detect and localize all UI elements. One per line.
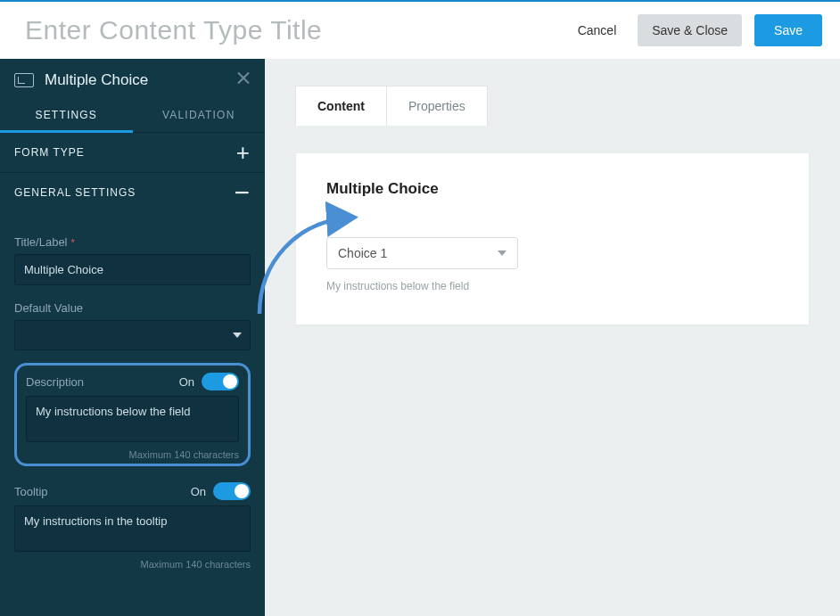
general-settings-body: Title/Label * Default Value Description … [0, 212, 265, 579]
description-toggle-wrap: On [179, 373, 239, 390]
sidebar-title: Multiple Choice [45, 71, 148, 89]
content-type-title-placeholder[interactable]: Enter Content Type Title [25, 15, 322, 45]
description-highlight-box: Description On Maximum 140 characters [14, 363, 251, 466]
description-label: Description [26, 375, 84, 389]
field-instructions: My instructions below the field [326, 280, 778, 292]
tab-properties[interactable]: Properties [387, 86, 487, 126]
title-input[interactable] [14, 254, 251, 285]
section-general-settings-label: GENERAL SETTINGS [14, 186, 136, 199]
tooltip-label: Tooltip [14, 485, 48, 498]
cancel-button[interactable]: Cancel [569, 16, 626, 45]
sidebar-tabs: SETTINGS VALIDATION [0, 98, 265, 133]
minus-icon: − [234, 188, 251, 197]
section-general-settings[interactable]: GENERAL SETTINGS − [0, 173, 265, 212]
title-label: Title/Label [14, 235, 68, 249]
chevron-down-icon [498, 251, 506, 256]
tab-validation[interactable]: VALIDATION [133, 98, 266, 132]
tooltip-toggle-wrap: On [191, 482, 251, 500]
content-area: Content Properties Multiple Choice i Cho… [265, 59, 840, 616]
tooltip-textarea[interactable] [14, 505, 251, 552]
description-max-chars: Maximum 140 characters [26, 449, 239, 460]
description-toggle[interactable] [202, 373, 239, 390]
tab-settings[interactable]: SETTINGS [0, 98, 133, 132]
sidebar-header: Multiple Choice [0, 59, 265, 98]
field-preview-card: Multiple Choice i Choice 1 My instructio… [295, 152, 810, 325]
section-form-type-label: FORM TYPE [14, 146, 85, 159]
close-icon[interactable] [235, 70, 252, 87]
tooltip-max-chars: Maximum 140 characters [14, 559, 251, 570]
choice-select[interactable]: Choice 1 [326, 237, 518, 269]
tab-content[interactable]: Content [296, 86, 387, 126]
settings-sidebar: Multiple Choice SETTINGS VALIDATION FORM… [0, 59, 265, 616]
description-textarea[interactable] [26, 396, 239, 442]
tooltip-toggle[interactable] [213, 482, 251, 500]
description-toggle-label: On [179, 375, 194, 389]
default-value-label: Default Value [14, 301, 251, 315]
topbar: Enter Content Type Title Cancel Save & C… [0, 0, 840, 59]
content-tabs: Content Properties [295, 86, 488, 126]
save-close-button[interactable]: Save & Close [638, 14, 742, 46]
choice-selected-label: Choice 1 [338, 246, 387, 260]
required-icon: * [71, 237, 75, 248]
field-type-icon [14, 73, 34, 87]
card-title: Multiple Choice [326, 180, 778, 198]
title-label-row: Title/Label * [14, 235, 251, 249]
plus-icon: + [236, 146, 251, 159]
save-button[interactable]: Save [754, 14, 822, 46]
default-value-select-wrap [14, 320, 251, 350]
info-icon[interactable]: i [326, 209, 341, 223]
default-value-select[interactable] [14, 320, 251, 350]
section-form-type[interactable]: FORM TYPE + [0, 133, 265, 172]
tooltip-toggle-label: On [191, 485, 206, 498]
topbar-actions: Cancel Save & Close Save [569, 14, 822, 46]
